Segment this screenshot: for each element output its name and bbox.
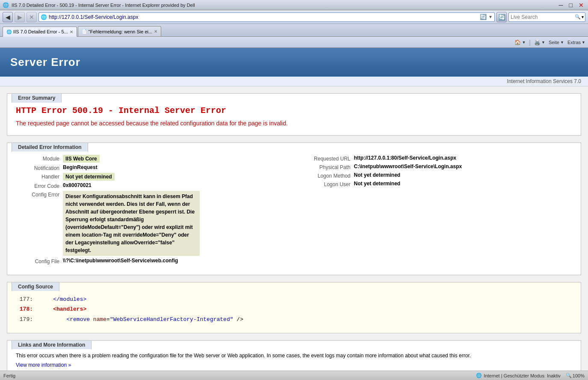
browser-icon: 🌐 <box>3 2 9 8</box>
browser-toolbar: 🏠 ▼ | 🖨️ ▼ Seite ▼ Extras ▼ <box>0 37 588 48</box>
search-dropdown-button[interactable]: ▼ <box>581 15 585 19</box>
search-button[interactable]: 🔍 <box>575 14 581 20</box>
detail-right-column: Requested URL http://127.0.0.1:80/Self-S… <box>303 155 573 266</box>
config-source-tab: Config Source <box>12 282 59 291</box>
zoom-icon: 🔍 <box>566 373 572 378</box>
extras-toolbar-button[interactable]: Extras ▼ <box>567 40 585 45</box>
line-code-178: <handlers> <box>40 304 86 314</box>
detail-row-module: Module IIS Web Core <box>16 155 286 163</box>
page-toolbar-button[interactable]: Seite ▼ <box>549 40 564 45</box>
search-input[interactable] <box>511 14 575 20</box>
browser-tabs: 🌐 IIS 7.0 Detailed Error - 5... ✕ 📄 "Feh… <box>0 24 588 37</box>
detail-label-configerror: Config Error <box>16 191 63 198</box>
tab2-label: "Fehlermeldung: wenn Sie ei... <box>89 29 152 34</box>
page-title: Server Error <box>10 56 80 68</box>
detail-row-logonmethod: Logon Method Not yet determined <box>303 172 573 179</box>
globe-icon: 🌐 <box>476 373 482 378</box>
print-toolbar-button[interactable]: 🖨️ ▼ <box>534 39 545 45</box>
tab2-close-button[interactable]: ✕ <box>154 29 157 34</box>
error-title: HTTP Error 500.19 - Internal Server Erro… <box>16 106 572 116</box>
status-right: 🌐 Internet | Geschützter Modus: Inaktiv … <box>476 373 585 378</box>
tab1-close-button[interactable]: ✕ <box>70 30 73 34</box>
address-dropdown-button[interactable]: ▼ <box>488 15 493 19</box>
window-minimize-btn[interactable]: ─ <box>557 2 565 9</box>
detail-row-physicalpath: Physical Path C:\inetpub\wwwroot\Self-Se… <box>303 163 573 170</box>
detail-value-requestedurl: http://127.0.0.1:80/Self-Service/Login.a… <box>354 155 456 161</box>
code-line-177: 177: </modules> <box>14 294 574 304</box>
error-summary-section: Error Summary HTTP Error 500.19 - Intern… <box>7 93 581 136</box>
detail-value-configfile: \\?\C:\inetpub\wwwroot\Self-Service\web.… <box>63 258 178 264</box>
detail-label-physicalpath: Physical Path <box>303 163 354 170</box>
forward-button[interactable]: ▶ <box>15 12 25 22</box>
browser-titlebar: 🌐 IIS 7.0 Detailed Error - 500.19 - Inte… <box>0 0 588 10</box>
detail-label-logonuser: Logon User <box>303 181 354 187</box>
zoom-text: 100% <box>573 373 585 378</box>
home-toolbar-button[interactable]: 🏠 ▼ <box>514 39 526 45</box>
address-bar-container: 🌐 🔄 ▼ <box>38 12 495 22</box>
links-description: This error occurs when there is a proble… <box>16 353 572 359</box>
line-code-177: </modules> <box>40 294 86 304</box>
tab-iis-error[interactable]: 🌐 IIS 7.0 Detailed Error - 5... ✕ <box>3 27 77 37</box>
detail-row-configerror: Config Error Dieser Konfigurationsabschn… <box>16 191 286 256</box>
window-close-btn[interactable]: ✕ <box>577 2 585 9</box>
detail-value-module: IIS Web Core <box>63 155 100 163</box>
detail-value-physicalpath: C:\inetpub\wwwroot\Self-Service\Login.as… <box>354 163 462 169</box>
detailed-error-tab: Detailed Error Information <box>12 142 88 152</box>
tab1-favicon: 🌐 <box>6 30 12 34</box>
error-summary-content: HTTP Error 500.19 - Internal Server Erro… <box>7 94 581 135</box>
status-text: Fertig <box>3 373 476 378</box>
detailed-error-section: Detailed Error Information Module IIS We… <box>7 142 581 275</box>
detail-label-notification: Notification <box>16 164 63 171</box>
config-source-content: 177: </modules> 178: <handlers> 179: <re… <box>7 282 581 333</box>
line-num-178: 178: <box>14 304 40 314</box>
detail-label-module: Module <box>16 155 63 162</box>
detail-value-errorcode: 0x80070021 <box>63 182 92 188</box>
detail-label-configfile: Config File <box>16 258 63 264</box>
tab-fehlermeldung[interactable]: 📄 "Fehlermeldung: wenn Sie ei... ✕ <box>78 26 161 36</box>
detail-row-handler: Handler Not yet determined <box>16 173 286 181</box>
browser-title: IIS 7.0 Detailed Error - 500.19 - Intern… <box>12 3 555 8</box>
stop-button[interactable]: ✕ <box>27 12 37 22</box>
error-summary-tab: Error Summary <box>12 93 62 103</box>
address-go-button[interactable]: 🔄 <box>480 14 487 20</box>
back-button[interactable]: ◀ <box>3 12 13 22</box>
page-icon: 🌐 <box>41 14 47 20</box>
search-container: 🔍 ▼ <box>508 12 585 22</box>
detail-label-requestedurl: Requested URL <box>303 155 354 162</box>
address-input[interactable] <box>49 14 478 20</box>
links-tab: Links and More Information <box>12 340 92 350</box>
refresh-button[interactable]: 🔄 <box>496 12 507 22</box>
detail-label-handler: Handler <box>16 173 63 180</box>
detail-value-logonuser: Not yet determined <box>354 181 401 187</box>
window-maximize-btn[interactable]: □ <box>567 2 574 9</box>
line-code-179: <remove name="WebServiceHandlerFactory-I… <box>40 315 243 324</box>
detail-row-notification: Notification BeginRequest <box>16 164 286 171</box>
iis-version-label: Internet Information Services 7.0 <box>507 78 581 84</box>
detail-row-logonuser: Logon User Not yet determined <box>303 181 573 187</box>
status-zone: 🌐 Internet | Geschützter Modus: Inaktiv <box>476 373 561 378</box>
detail-value-logonmethod: Not yet determined <box>354 172 401 178</box>
content-area: Error Summary HTTP Error 500.19 - Intern… <box>0 86 588 380</box>
page-header: Server Error <box>0 48 588 77</box>
detailed-error-content: Module IIS Web Core Notification BeginRe… <box>7 143 581 275</box>
navigation-bar: ◀ ▶ ✕ 🌐 🔄 ▼ 🔄 🔍 ▼ <box>0 10 588 24</box>
line-num-177: 177: <box>14 294 40 304</box>
detail-value-configerror: Dieser Konfigurationsabschnitt kann in d… <box>63 191 200 256</box>
detail-row-configfile: Config File \\?\C:\inetpub\wwwroot\Self-… <box>16 258 286 264</box>
detail-value-handler: Not yet determined <box>63 173 115 181</box>
code-line-178: 178: <handlers> <box>14 304 574 314</box>
error-description: The requested page cannot be accessed be… <box>16 120 572 127</box>
config-source-section: Config Source 177: </modules> 178: <hand… <box>7 282 581 333</box>
detail-left-column: Module IIS Web Core Notification BeginRe… <box>16 155 286 266</box>
toolbar-divider: | <box>529 39 531 46</box>
view-more-info-link[interactable]: View more information » <box>16 362 71 368</box>
status-bar: Fertig 🌐 Internet | Geschützter Modus: I… <box>0 371 588 380</box>
code-line-179: 179: <remove name="WebServiceHandlerFact… <box>14 315 574 324</box>
detail-row-requestedurl: Requested URL http://127.0.0.1:80/Self-S… <box>303 155 573 162</box>
zone-text: Internet | Geschützter Modus: Inaktiv <box>484 373 561 378</box>
detail-value-notification: BeginRequest <box>63 164 98 170</box>
tab2-favicon: 📄 <box>82 29 87 34</box>
iis-info-bar: Internet Information Services 7.0 <box>0 77 588 86</box>
detail-label-logonmethod: Logon Method <box>303 172 354 179</box>
detail-row-errorcode: Error Code 0x80070021 <box>16 182 286 189</box>
